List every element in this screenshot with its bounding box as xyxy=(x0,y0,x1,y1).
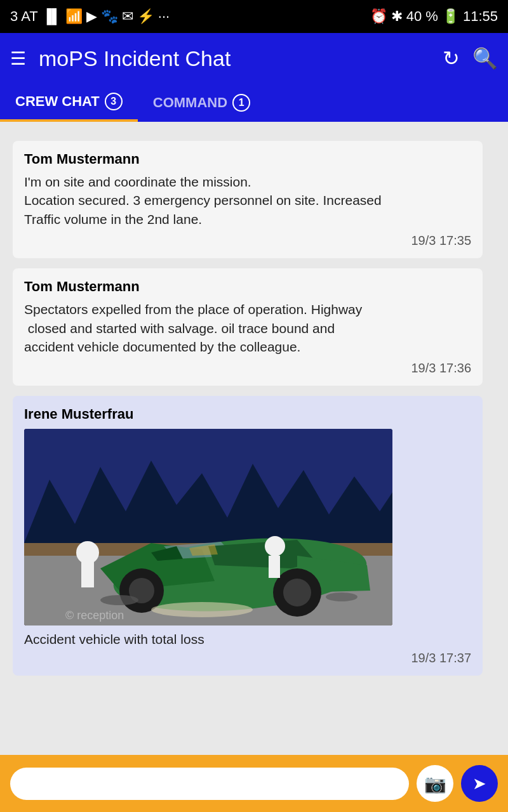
status-right: ⏰ ✱ 40 % 🔋 11:55 xyxy=(370,8,498,25)
svg-point-15 xyxy=(326,593,358,601)
send-button[interactable]: ➤ xyxy=(461,765,498,802)
time-1: 19/3 17:35 xyxy=(24,233,471,248)
bluetooth-icon: ✱ xyxy=(391,8,403,25)
alarm-icon: ⏰ xyxy=(370,8,387,25)
tabs-bar: CREW CHAT 3 COMMAND 1 xyxy=(0,84,508,122)
crew-chat-badge: 3 xyxy=(105,93,123,110)
message-3: Irene Musterfrau xyxy=(13,396,483,676)
chat-area: Tom Mustermann I'm on site and coordinat… xyxy=(0,122,508,755)
text-2: Spectators expelled from the place of op… xyxy=(24,300,471,356)
command-label: COMMAND xyxy=(153,95,227,111)
camera-button[interactable]: 📷 xyxy=(417,765,453,802)
time-2: 19/3 17:36 xyxy=(24,361,471,376)
play-icon: ▶ xyxy=(86,8,97,25)
crew-chat-label: CREW CHAT xyxy=(15,93,100,110)
battery-icon: 🔋 xyxy=(442,8,459,25)
more-icon: ··· xyxy=(158,8,170,25)
text-1: I'm on site and coordinate the mission.L… xyxy=(24,173,471,228)
bottom-bar: 📷 ➤ xyxy=(0,755,508,812)
image-caption: Accident vehicle with total loss xyxy=(24,632,471,647)
send-icon: ➤ xyxy=(472,774,486,794)
svg-text:© reception: © reception xyxy=(65,609,124,622)
signal-icon: ▐▌ xyxy=(42,8,62,25)
carrier-text: 3 AT xyxy=(10,8,38,25)
app-header: ☰ moPS Incident Chat ↻ 🔍 xyxy=(0,33,508,84)
email-icon: ✉ xyxy=(122,8,133,25)
svg-point-18 xyxy=(265,536,285,556)
message-2: Tom Mustermann Spectators expelled from … xyxy=(13,268,483,386)
notification-icon: 🐾 xyxy=(101,8,118,25)
sender-1: Tom Mustermann xyxy=(24,151,471,167)
wifi-icon: 📶 xyxy=(65,8,83,25)
svg-point-14 xyxy=(100,595,138,605)
svg-point-13 xyxy=(283,579,311,606)
sender-3: Irene Musterfrau xyxy=(24,406,471,422)
header-icons: ↻ 🔍 xyxy=(443,46,498,70)
svg-rect-17 xyxy=(81,562,94,587)
message-1: Tom Mustermann I'm on site and coordinat… xyxy=(13,141,483,258)
clock: 11:55 xyxy=(463,8,498,25)
app-title: moPS Incident Chat xyxy=(39,46,443,71)
camera-icon: 📷 xyxy=(424,773,446,794)
menu-icon[interactable]: ☰ xyxy=(10,48,26,69)
tab-command[interactable]: COMMAND 1 xyxy=(138,84,265,122)
svg-point-22 xyxy=(151,602,253,617)
search-icon[interactable]: 🔍 xyxy=(472,46,498,70)
sender-2: Tom Mustermann xyxy=(24,278,471,295)
status-bar: 3 AT ▐▌ 📶 ▶ 🐾 ✉ ⚡ ··· ⏰ ✱ 40 % 🔋 11:55 xyxy=(0,0,508,33)
svg-rect-19 xyxy=(269,556,280,578)
refresh-icon[interactable]: ↻ xyxy=(443,46,460,70)
battery-status-icon: ⚡ xyxy=(137,8,154,25)
tab-crew-chat[interactable]: CREW CHAT 3 xyxy=(0,84,138,122)
svg-point-16 xyxy=(76,541,99,564)
status-left: 3 AT ▐▌ 📶 ▶ 🐾 ✉ ⚡ ··· xyxy=(10,8,170,25)
message-input[interactable] xyxy=(10,768,409,800)
image-time: 19/3 17:37 xyxy=(24,651,471,665)
accident-image[interactable]: © reception xyxy=(24,429,392,625)
command-badge: 1 xyxy=(232,94,250,112)
battery-percent: 40 % xyxy=(406,8,438,25)
